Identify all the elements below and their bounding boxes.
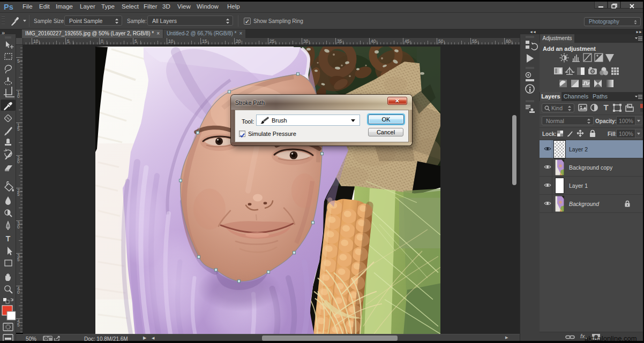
svg-text:T: T [6, 234, 11, 243]
svg-text:T: T [603, 103, 608, 112]
